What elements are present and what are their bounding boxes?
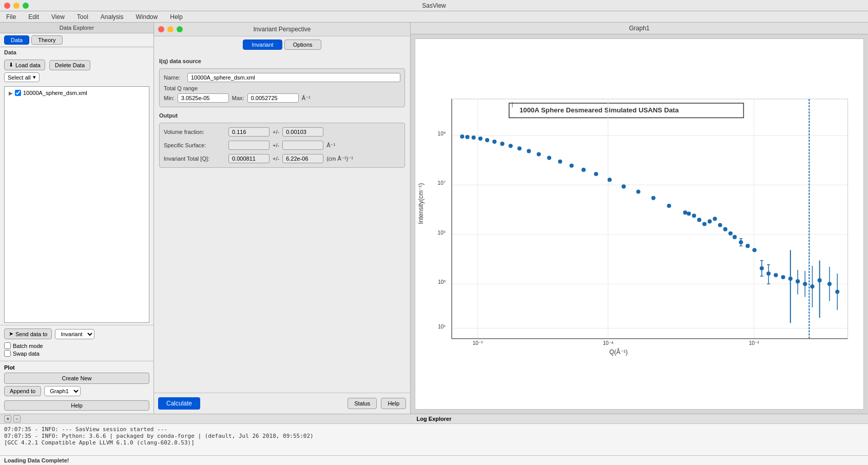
- svg-point-35: [537, 152, 541, 156]
- svg-rect-1: [452, 99, 847, 339]
- volume-fraction-pm: +/-: [273, 129, 279, 135]
- svg-point-50: [702, 222, 706, 226]
- svg-point-32: [509, 144, 513, 148]
- graph-panel: Graph1 | 1000A Sphere Desmeared Simulate…: [411, 23, 868, 414]
- data-actions: ⬇ Load data Delete Data Select all ▾: [0, 57, 153, 84]
- menu-view[interactable]: View: [49, 12, 67, 22]
- max-label: Max:: [232, 95, 244, 101]
- window-controls[interactable]: [4, 3, 29, 9]
- max-input[interactable]: [247, 93, 299, 103]
- menu-help[interactable]: Help: [168, 12, 185, 22]
- svg-text:Intensity(cm⁻¹): Intensity(cm⁻¹): [417, 183, 425, 224]
- load-icon: ⬇: [9, 62, 13, 68]
- log-clear-button[interactable]: ✕: [4, 415, 11, 422]
- tree-arrow-icon: ▶: [9, 90, 13, 96]
- svg-text:10⁻⁵: 10⁻⁵: [473, 340, 483, 346]
- invariant-minimize-button[interactable]: [167, 26, 173, 32]
- load-data-button[interactable]: ⬇ Load data: [4, 60, 45, 70]
- log-explorer: ✕ ○ Log Explorer 07:07:35 - INFO: --- Sa…: [0, 414, 868, 465]
- menu-file[interactable]: File: [4, 12, 18, 22]
- invariant-window-controls[interactable]: [158, 26, 183, 32]
- svg-point-72: [781, 275, 785, 279]
- menu-bar: File Edit View Tool Analysis Window Help: [0, 11, 868, 23]
- svg-point-37: [558, 160, 562, 164]
- log-status: Loading Data Complete!: [0, 455, 868, 465]
- svg-point-41: [608, 178, 612, 182]
- specific-surface-value[interactable]: [228, 141, 269, 150]
- invariant-maximize-button[interactable]: [177, 26, 183, 32]
- menu-edit[interactable]: Edit: [26, 12, 41, 22]
- select-all-row: Select all ▾: [4, 72, 149, 82]
- svg-point-46: [683, 210, 687, 215]
- maximize-button[interactable]: [23, 3, 29, 9]
- create-new-button[interactable]: Create New: [4, 373, 149, 384]
- select-all-dropdown[interactable]: Select all ▾: [4, 72, 40, 82]
- invariant-total-label: Invariant Total [Q]:: [164, 156, 225, 162]
- svg-text:10⁻⁴: 10⁻⁴: [603, 340, 613, 346]
- delete-data-button[interactable]: Delete Data: [49, 60, 90, 70]
- close-button[interactable]: [4, 3, 10, 9]
- load-btn-row: ⬇ Load data Delete Data: [4, 60, 149, 70]
- invariant-footer-right: Status Help: [348, 398, 406, 409]
- name-label: Name:: [164, 74, 184, 81]
- invariant-close-button[interactable]: [158, 26, 164, 32]
- invariant-total-err[interactable]: [282, 154, 323, 163]
- invariant-total-unit: (cm Å⁻¹)⁻¹: [326, 156, 353, 162]
- svg-point-54: [723, 227, 727, 231]
- plot-section-label: Plot: [4, 364, 149, 371]
- svg-point-28: [478, 137, 483, 141]
- specific-surface-label: Specific Surface:: [164, 142, 225, 148]
- log-line: 07:07:35 - INFO: --- SasView session sta…: [4, 426, 864, 433]
- menu-tool[interactable]: Tool: [75, 12, 90, 22]
- data-item-checkbox[interactable]: [15, 90, 21, 96]
- send-data-button[interactable]: ➤ Send data to: [4, 328, 52, 339]
- svg-point-27: [472, 135, 476, 140]
- svg-point-51: [707, 219, 711, 223]
- name-input[interactable]: [187, 73, 400, 82]
- volume-fraction-err[interactable]: [282, 127, 323, 137]
- svg-point-61: [746, 244, 750, 248]
- output-section-title: Output: [159, 112, 405, 119]
- iq-datasource-box: Name: Total Q range Min: Max: Å⁻¹: [159, 68, 405, 107]
- status-button[interactable]: Status: [348, 398, 377, 409]
- svg-point-48: [692, 214, 696, 218]
- plot-help-button[interactable]: Help: [4, 400, 149, 411]
- name-row: Name:: [164, 73, 400, 82]
- left-panel: Data Explorer Data Theory Data ⬇ Load da…: [0, 23, 154, 414]
- min-input[interactable]: [178, 93, 229, 103]
- swap-data-checkbox[interactable]: [4, 350, 11, 357]
- swap-data-label: Swap data: [13, 351, 40, 357]
- graph-area: | 1000A Sphere Desmeared Simulated USANS…: [415, 38, 864, 410]
- invariant-content: I(q) data source Name: Total Q range Min…: [154, 53, 410, 393]
- svg-point-39: [582, 168, 586, 172]
- svg-point-71: [774, 273, 778, 277]
- title-bar: SasView: [0, 0, 868, 11]
- menu-analysis[interactable]: Analysis: [99, 12, 126, 22]
- svg-text:10⁷: 10⁷: [438, 180, 446, 186]
- app-title: SasView: [422, 2, 446, 9]
- minimize-button[interactable]: [13, 3, 20, 9]
- svg-point-40: [594, 172, 598, 176]
- invariant-help-button[interactable]: Help: [381, 398, 406, 409]
- svg-point-44: [651, 196, 655, 200]
- svg-point-34: [527, 149, 531, 153]
- invariant-total-value[interactable]: [228, 154, 269, 163]
- log-title: Log Explorer: [4, 416, 864, 422]
- tab-invariant[interactable]: Invariant: [243, 40, 282, 50]
- menu-window[interactable]: Window: [134, 12, 160, 22]
- tab-options[interactable]: Options: [284, 40, 321, 50]
- volume-fraction-value[interactable]: [228, 127, 269, 137]
- append-to-button[interactable]: Append to: [4, 386, 41, 396]
- send-to-dropdown[interactable]: Invariant: [55, 329, 94, 339]
- batch-mode-checkbox[interactable]: [4, 342, 11, 349]
- invariant-title-bar: Invariant Perspective: [154, 23, 410, 36]
- specific-surface-err[interactable]: [282, 141, 323, 150]
- log-copy-button[interactable]: ○: [13, 415, 21, 422]
- graph-dropdown[interactable]: Graph1: [44, 386, 81, 396]
- tab-data[interactable]: Data: [4, 35, 29, 45]
- tab-theory[interactable]: Theory: [31, 35, 62, 45]
- svg-point-29: [485, 138, 489, 142]
- list-item[interactable]: ▶ 10000A_sphere_dsm.xml: [7, 89, 147, 97]
- output-section: Volume fraction: +/- Specific Surface: +…: [159, 123, 405, 168]
- calculate-button[interactable]: Calculate: [158, 397, 200, 410]
